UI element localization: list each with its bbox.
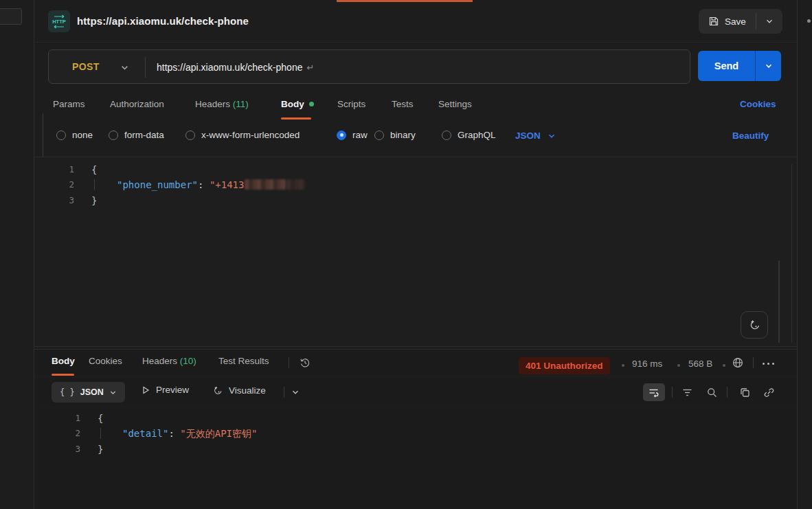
body-type-graphql[interactable]: GraphQL — [442, 130, 496, 140]
editor-scrollbar[interactable] — [778, 260, 780, 343]
line-number: 2 — [44, 177, 74, 192]
save-button[interactable]: Save — [699, 9, 756, 34]
save-button-label: Save — [725, 16, 746, 27]
visualize-sparkle-icon — [212, 385, 223, 396]
enter-hint-icon: ↵ — [306, 63, 314, 73]
response-time[interactable]: 916 ms — [632, 359, 662, 369]
response-tab-test-results[interactable]: Test Results — [218, 356, 269, 366]
url-value: https://api.xiaomu.uk/check-phone — [157, 62, 302, 73]
sidebar-collapsed-item[interactable] — [0, 8, 22, 25]
response-tab-cookies[interactable]: Cookies — [89, 356, 122, 366]
language-selector[interactable]: JSON — [515, 131, 556, 141]
tab-body[interactable]: Body — [281, 99, 314, 109]
code-token: } — [98, 442, 103, 457]
play-icon — [141, 385, 150, 395]
body-modified-dot — [309, 102, 314, 106]
search-icon[interactable] — [706, 387, 718, 398]
dot-separator — [622, 364, 624, 367]
dot-separator — [723, 364, 725, 367]
more-options-icon[interactable] — [763, 363, 774, 365]
send-button-group: Send — [698, 51, 781, 81]
visualize-button[interactable]: Visualize — [212, 385, 266, 396]
status-badge[interactable]: 401 Unauthorized — [519, 357, 610, 374]
divider — [284, 387, 284, 398]
response-tab-body[interactable]: Body — [52, 356, 75, 366]
send-button[interactable]: Send — [698, 51, 755, 81]
json-key: "detail" — [122, 428, 168, 439]
json-value: "+1413 — [210, 179, 245, 190]
body-type-options: none form-data x-www-form-urlencoded raw… — [34, 128, 797, 147]
send-options-button[interactable] — [756, 51, 781, 81]
http-method-icon: HTTP — [48, 10, 70, 32]
code-token: { — [91, 162, 97, 177]
divider — [753, 357, 754, 368]
tab-authorization[interactable]: Authorization — [110, 99, 164, 109]
url-divider — [145, 57, 146, 78]
radio-icon — [56, 131, 66, 140]
response-tab-headers[interactable]: Headers (10) — [142, 356, 196, 366]
preview-button[interactable]: Preview — [141, 385, 189, 395]
divider — [727, 387, 728, 398]
active-response-tab-underline — [52, 374, 74, 376]
chevron-down-icon — [109, 389, 117, 396]
redacted-value-blur — [245, 179, 286, 190]
request-title: https://api.xiaomu.uk/check-phone — [77, 15, 249, 27]
chevron-down-icon — [765, 17, 774, 25]
postbot-sparkle-icon — [747, 318, 761, 332]
radio-icon — [442, 131, 451, 140]
body-type-urlencoded[interactable]: x-www-form-urlencoded — [185, 130, 300, 140]
response-headers-count: (10) — [180, 356, 196, 366]
tab-scripts[interactable]: Scripts — [337, 99, 365, 109]
request-header-bar: HTTP https://api.xiaomu.uk/check-phone S… — [34, 0, 797, 43]
radio-icon — [185, 131, 195, 140]
code-token: { — [98, 411, 103, 426]
divider — [672, 387, 673, 398]
body-type-raw[interactable]: raw — [337, 130, 368, 140]
filter-icon[interactable] — [681, 387, 693, 398]
wrap-text-icon — [648, 387, 659, 398]
tab-headers[interactable]: Headers (11) — [195, 99, 249, 109]
headers-count: (11) — [233, 99, 249, 109]
line-number: 1 — [50, 411, 80, 426]
cookies-link[interactable]: Cookies — [740, 99, 776, 109]
line-number: 1 — [44, 162, 74, 177]
radio-icon — [374, 131, 384, 140]
response-size[interactable]: 568 B — [688, 359, 712, 369]
save-options-button[interactable] — [756, 9, 782, 34]
method-chevron-down-icon[interactable] — [120, 63, 129, 72]
url-input[interactable]: https://api.xiaomu.uk/check-phone↵ — [157, 62, 314, 73]
body-type-form-data[interactable]: form-data — [109, 130, 164, 140]
active-tab-underline — [281, 117, 311, 120]
tab-params[interactable]: Params — [53, 99, 85, 109]
tab-tests[interactable]: Tests — [392, 99, 414, 109]
line-number: 3 — [44, 193, 74, 208]
json-value: "无效的API密钥" — [180, 428, 257, 439]
response-format-selector[interactable]: { } JSON — [52, 382, 125, 403]
divider — [289, 357, 289, 368]
svg-text:HTTP: HTTP — [52, 19, 66, 25]
request-body-editor[interactable]: 1 { 2 "phone_number": "+1413 3 } — [34, 157, 797, 347]
radio-selected-icon — [337, 131, 346, 140]
json-key: "phone_number" — [117, 179, 198, 190]
braces-icon: { } — [60, 387, 75, 397]
request-tabs: Params Authorization Headers (11) Body S… — [34, 95, 797, 120]
rail-handle-icon[interactable] — [807, 19, 811, 23]
radio-icon — [109, 131, 118, 140]
body-type-binary[interactable]: binary — [374, 130, 416, 140]
request-url-bar: POST https://api.xiaomu.uk/check-phone↵ — [48, 49, 690, 84]
method-selector[interactable]: POST — [72, 61, 100, 72]
network-globe-icon[interactable] — [731, 356, 745, 370]
tab-settings[interactable]: Settings — [438, 99, 472, 109]
copy-icon[interactable] — [739, 387, 751, 398]
response-tabs-bar: Body Cookies Headers (10) Test Results 4… — [34, 349, 797, 375]
response-history-icon[interactable] — [299, 357, 311, 369]
visualize-chevron-down-icon[interactable] — [291, 388, 300, 396]
link-icon[interactable] — [763, 387, 775, 398]
postbot-button[interactable] — [741, 311, 768, 339]
response-body-editor[interactable]: 1 { 2 "detail": "无效的API密钥" 3 } — [34, 407, 797, 509]
beautify-link[interactable]: Beautify — [732, 131, 769, 141]
chevron-down-icon — [765, 62, 773, 70]
editor-scroll-track — [791, 164, 792, 343]
body-type-none[interactable]: none — [56, 130, 93, 140]
save-icon — [708, 16, 719, 27]
